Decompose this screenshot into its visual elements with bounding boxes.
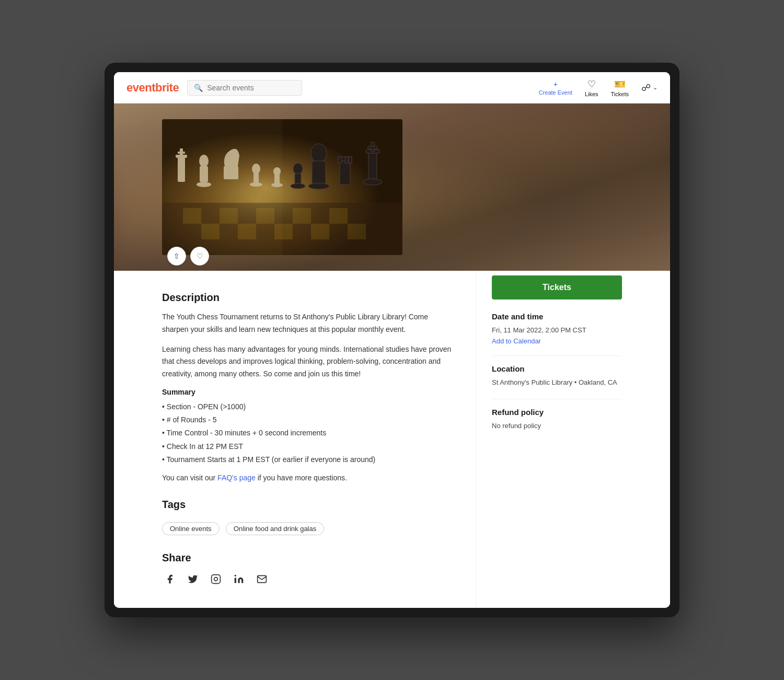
summary-list: Section - OPEN (>1000) # of Rounds - 5 T… <box>162 400 455 466</box>
event-image-container: ⇧ ♡ <box>162 119 402 255</box>
description-section: Description The Youth Chess Tournament r… <box>162 292 455 482</box>
tickets-button[interactable]: Tickets <box>492 275 622 299</box>
description-para1: The Youth Chess Tournament returns to St… <box>162 311 455 336</box>
tickets-nav[interactable]: 🎫 Tickets <box>611 78 629 97</box>
svg-rect-44 <box>162 119 282 255</box>
faq-text: You can visit our FAQ's page if you have… <box>162 474 455 482</box>
tickets-label: Tickets <box>611 91 629 97</box>
date-time-detail: Fri, 11 Mar 2022, 2:00 PM CST <box>492 325 622 336</box>
user-icon: ☍ <box>641 82 651 94</box>
svg-point-47 <box>235 575 236 577</box>
search-input[interactable] <box>207 84 295 92</box>
share-icons <box>162 571 455 587</box>
image-actions: ⇧ ♡ <box>167 247 209 266</box>
left-column: Description The Youth Chess Tournament r… <box>162 271 476 608</box>
email-share-icon[interactable] <box>254 571 270 587</box>
list-item: Time Control - 30 minutes + 0 second inc… <box>162 427 455 440</box>
likes-label: Likes <box>585 91 598 97</box>
facebook-share-icon[interactable] <box>162 571 178 587</box>
share-heading: Share <box>162 552 455 564</box>
ticket-icon: 🎫 <box>614 78 626 90</box>
user-menu[interactable]: ☍ ⌄ <box>641 82 658 94</box>
create-event-nav[interactable]: + Create Event <box>539 80 572 96</box>
linkedin-share-icon[interactable] <box>231 571 247 587</box>
location-detail: St Anthony's Public Library • Oakland, C… <box>492 377 622 388</box>
tags-section: Tags Online events Online food and drink… <box>162 499 455 535</box>
tag-food-drink[interactable]: Online food and drink galas <box>226 522 324 535</box>
faq-prefix: You can visit our <box>162 474 217 482</box>
location-section: Location St Anthony's Public Library • O… <box>492 364 622 388</box>
date-time-heading: Date and time <box>492 312 622 321</box>
create-event-label: Create Event <box>539 89 572 96</box>
right-column: Mar 11 Youth Chess Tournament Part of th… <box>476 271 622 608</box>
search-bar[interactable]: 🔍 <box>187 80 302 96</box>
list-item: # of Rounds - 5 <box>162 413 455 427</box>
search-icon: 🔍 <box>194 84 203 92</box>
faq-suffix: if you have more questions. <box>256 474 347 482</box>
tag-online-events[interactable]: Online events <box>162 522 220 535</box>
add-to-calendar-link[interactable]: Add to Calendar <box>492 337 622 345</box>
hero-section: ⇧ ♡ <box>114 103 670 271</box>
description-para2: Learning chess has many advantages for y… <box>162 343 455 381</box>
likes-nav[interactable]: ♡ Likes <box>585 78 598 97</box>
plus-icon: + <box>554 80 558 88</box>
share-section: Share <box>162 552 455 587</box>
list-item: Tournament Starts at 1 PM EST (or earlie… <box>162 453 455 466</box>
faq-link[interactable]: FAQ's page <box>217 474 256 482</box>
twitter-share-icon[interactable] <box>185 571 201 587</box>
refund-section: Refund policy No refund policy <box>492 408 622 432</box>
location-heading: Location <box>492 364 622 373</box>
svg-rect-45 <box>212 575 221 584</box>
heart-icon: ♡ <box>587 78 596 90</box>
content-area: Description The Youth Chess Tournament r… <box>141 271 643 608</box>
list-item: Section - OPEN (>1000) <box>162 400 455 413</box>
main-nav: + Create Event ♡ Likes 🎫 Tickets ☍ ⌄ <box>539 78 658 97</box>
refund-heading: Refund policy <box>492 408 622 417</box>
description-heading: Description <box>162 292 455 304</box>
tags-heading: Tags <box>162 499 455 511</box>
event-image <box>162 119 402 255</box>
chevron-down-icon: ⌄ <box>653 84 658 91</box>
date-time-section: Date and time Fri, 11 Mar 2022, 2:00 PM … <box>492 312 622 345</box>
instagram-share-icon[interactable] <box>208 571 224 587</box>
refund-detail: No refund policy <box>492 421 622 432</box>
share-event-button[interactable]: ⇧ <box>167 247 186 266</box>
list-item: Check In at 12 PM EST <box>162 440 455 453</box>
like-event-button[interactable]: ♡ <box>190 247 209 266</box>
summary-title: Summary <box>162 388 455 396</box>
header: eventbrite 🔍 + Create Event ♡ Likes 🎫 Ti… <box>114 72 670 103</box>
logo[interactable]: eventbrite <box>126 81 179 95</box>
